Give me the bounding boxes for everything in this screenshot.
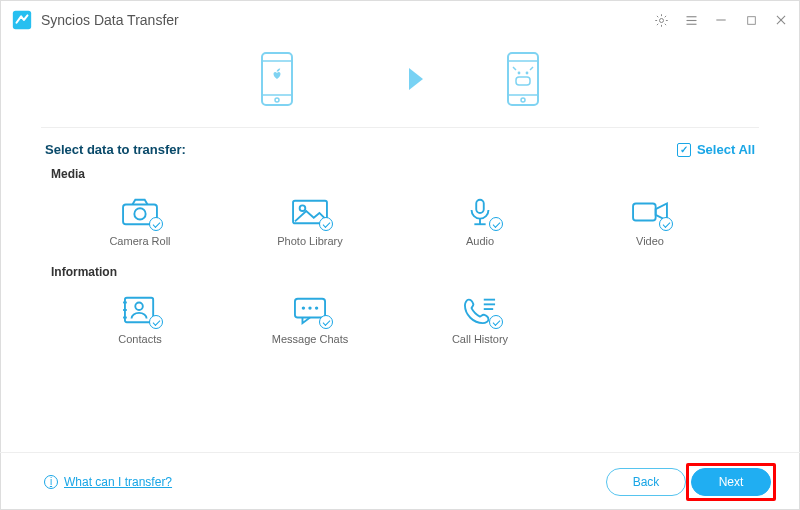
check-badge-icon (319, 217, 333, 231)
settings-icon[interactable] (653, 12, 669, 28)
item-audio[interactable]: Audio (395, 189, 565, 257)
help-link[interactable]: i What can I transfer? (44, 475, 172, 489)
svg-line-27 (513, 67, 516, 70)
device-row (1, 39, 799, 127)
check-badge-icon (659, 217, 673, 231)
svg-point-31 (134, 208, 145, 219)
info-icon: i (44, 475, 58, 489)
photo-icon (289, 195, 331, 229)
svg-point-20 (275, 98, 279, 102)
check-badge-icon (489, 315, 503, 329)
next-button-label: Next (719, 475, 744, 489)
svg-point-45 (308, 306, 311, 309)
next-button[interactable]: Next (691, 468, 771, 496)
source-device-icon (259, 51, 295, 107)
check-badge-icon (149, 315, 163, 329)
camera-icon (119, 195, 161, 229)
window-controls (653, 12, 789, 28)
svg-point-24 (518, 72, 521, 75)
item-label: Message Chats (272, 333, 348, 345)
item-video[interactable]: Video (565, 189, 735, 257)
category-information: Information (51, 265, 755, 279)
message-icon (289, 293, 331, 327)
maximize-icon[interactable] (743, 12, 759, 28)
item-label: Photo Library (277, 235, 342, 247)
back-button[interactable]: Back (606, 468, 686, 496)
svg-point-29 (521, 98, 525, 102)
item-label: Call History (452, 333, 508, 345)
minimize-icon[interactable] (713, 12, 729, 28)
item-label: Contacts (118, 333, 161, 345)
transfer-section: Select data to transfer: ✓ Select All Me… (1, 128, 799, 355)
close-icon[interactable] (773, 12, 789, 28)
svg-point-25 (526, 72, 529, 75)
select-all-label: Select All (697, 142, 755, 157)
next-button-highlight: Next (686, 463, 776, 501)
svg-line-28 (530, 67, 533, 70)
transfer-arrow-icon (375, 64, 425, 94)
svg-line-7 (664, 23, 665, 24)
svg-rect-37 (633, 204, 656, 221)
check-badge-icon (319, 315, 333, 329)
audio-icon (459, 195, 501, 229)
titlebar: Syncios Data Transfer (1, 1, 799, 39)
menu-icon[interactable] (683, 12, 699, 28)
svg-rect-34 (476, 200, 484, 213)
item-contacts[interactable]: Contacts (55, 287, 225, 355)
item-call-history[interactable]: Call History (395, 287, 565, 355)
svg-line-9 (656, 23, 657, 24)
back-button-label: Back (633, 475, 660, 489)
footer: i What can I transfer? Back Next (0, 452, 800, 510)
svg-rect-14 (747, 16, 755, 24)
item-photo-library[interactable]: Photo Library (225, 189, 395, 257)
svg-point-1 (659, 18, 663, 22)
svg-point-44 (302, 306, 305, 309)
media-grid: Camera Roll Photo Library (55, 189, 755, 257)
category-media: Media (51, 167, 755, 181)
call-history-icon (459, 293, 501, 327)
select-all-checkbox-icon: ✓ (677, 143, 691, 157)
item-label: Video (636, 235, 664, 247)
app-logo-icon (11, 9, 33, 31)
svg-line-6 (656, 15, 657, 16)
svg-point-46 (315, 306, 318, 309)
item-label: Audio (466, 235, 494, 247)
check-badge-icon (489, 217, 503, 231)
information-grid: Contacts Message Chats (55, 287, 755, 355)
section-title: Select data to transfer: (45, 142, 186, 157)
item-label: Camera Roll (109, 235, 170, 247)
target-device-icon (505, 51, 541, 107)
item-message-chats[interactable]: Message Chats (225, 287, 395, 355)
check-badge-icon (149, 217, 163, 231)
contacts-icon (119, 293, 161, 327)
svg-rect-26 (516, 77, 530, 85)
svg-line-8 (664, 15, 665, 16)
app-title: Syncios Data Transfer (41, 12, 179, 28)
video-icon (629, 195, 671, 229)
help-link-label: What can I transfer? (64, 475, 172, 489)
select-all-toggle[interactable]: ✓ Select All (677, 142, 755, 157)
item-camera-roll[interactable]: Camera Roll (55, 189, 225, 257)
svg-point-33 (300, 205, 306, 211)
svg-point-42 (135, 302, 143, 310)
svg-rect-0 (13, 11, 31, 29)
